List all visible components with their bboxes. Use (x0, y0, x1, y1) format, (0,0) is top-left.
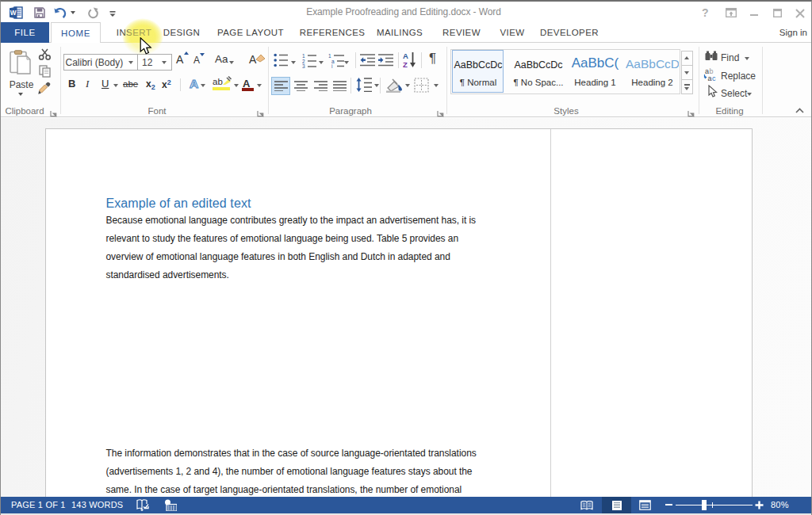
svg-text:A: A (403, 52, 408, 60)
svg-text:Z: Z (403, 60, 408, 68)
svg-text:1: 1 (302, 53, 305, 59)
svg-text:3: 3 (302, 63, 305, 68)
svg-text:c: c (712, 74, 716, 82)
svg-text:a: a (708, 74, 712, 82)
svg-text:A: A (190, 77, 198, 90)
svg-text:W: W (10, 10, 17, 17)
svg-text:i: i (331, 63, 332, 68)
